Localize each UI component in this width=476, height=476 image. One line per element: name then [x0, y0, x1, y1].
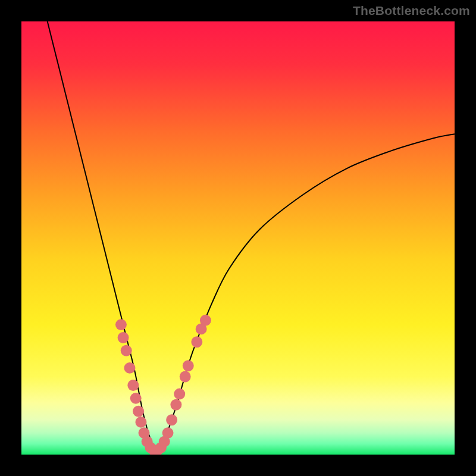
curve-marker: [130, 393, 142, 404]
curve-markers: [115, 315, 211, 455]
curve-marker: [174, 389, 185, 400]
curve-marker: [162, 427, 174, 439]
curve-marker: [115, 319, 127, 330]
watermark-text: TheBottleneck.com: [353, 4, 470, 18]
chart-frame: TheBottleneck.com: [0, 0, 476, 476]
curve-marker: [133, 406, 144, 417]
curve-marker: [166, 414, 177, 425]
curve-marker: [183, 360, 194, 371]
curve-marker: [121, 345, 132, 356]
curve-marker: [170, 399, 181, 411]
chart-svg: [21, 21, 455, 455]
bottleneck-curve: [48, 21, 455, 452]
curve-marker: [180, 371, 191, 382]
curve-marker: [118, 332, 129, 343]
curve-marker: [124, 362, 136, 374]
curve-marker: [135, 416, 146, 428]
curve-marker: [191, 336, 202, 347]
curve-marker: [200, 315, 211, 326]
curve-marker: [127, 380, 139, 391]
plot-area: [21, 21, 455, 455]
